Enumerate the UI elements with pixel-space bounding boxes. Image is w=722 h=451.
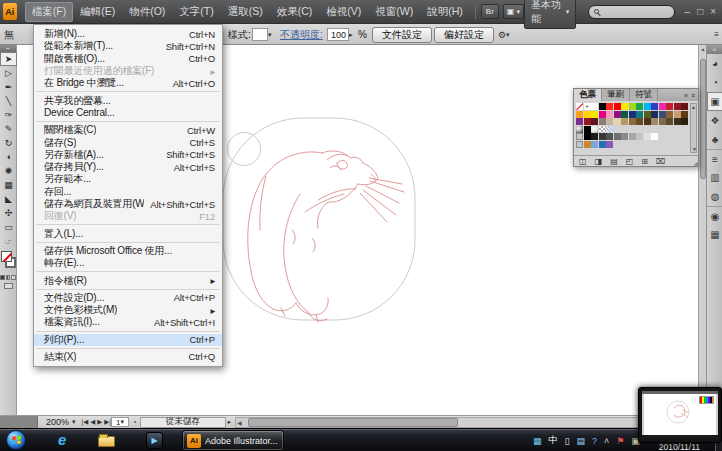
- swatch[interactable]: [606, 103, 613, 110]
- swatch[interactable]: [636, 118, 643, 125]
- gradient-mode-button[interactable]: [6, 275, 11, 280]
- swatch[interactable]: [629, 103, 636, 110]
- file-menu-item[interactable]: 從範本新增(T)...Shift+Ctrl+N: [34, 40, 222, 52]
- swatch-libraries-icon[interactable]: ◫: [579, 157, 587, 166]
- swatch[interactable]: [666, 111, 673, 118]
- file-menu-item[interactable]: 在 Bridge 中瀏覽...Alt+Ctrl+O: [34, 77, 222, 89]
- maximize-button[interactable]: □: [697, 6, 703, 17]
- panel-resize-grip[interactable]: ◢: [693, 160, 698, 166]
- swatch[interactable]: [681, 103, 688, 110]
- swatch[interactable]: [674, 103, 681, 110]
- swatch[interactable]: [576, 111, 583, 118]
- swatch[interactable]: [636, 111, 643, 118]
- selection-tool-icon[interactable]: ➤: [0, 52, 17, 66]
- blend-tool-icon[interactable]: ✣: [0, 206, 17, 220]
- swatch[interactable]: [644, 103, 651, 110]
- file-menu-item[interactable]: 儲存拷貝(Y)...Alt+Ctrl+S: [34, 161, 222, 173]
- swatch[interactable]: [674, 118, 681, 125]
- swatch[interactable]: [599, 141, 606, 148]
- document-setup-button[interactable]: 文件設定: [372, 27, 432, 43]
- file-menu-item[interactable]: 指令檔(R)▸: [34, 274, 222, 286]
- swatch[interactable]: [606, 133, 613, 140]
- tray-display-icon[interactable]: ▤: [576, 436, 585, 446]
- artboard-tool-icon[interactable]: ▭: [0, 220, 17, 234]
- stroke-panel-icon[interactable]: ≡: [707, 149, 722, 168]
- file-menu-item[interactable]: 檔案資訊(I)...Alt+Shift+Ctrl+I: [34, 316, 222, 328]
- swatch[interactable]: [576, 133, 583, 140]
- prev-artboard-icon[interactable]: ◀: [90, 418, 95, 426]
- swatch[interactable]: [674, 111, 681, 118]
- swatch[interactable]: [636, 103, 643, 110]
- file-menu-item[interactable]: Device Central...: [34, 107, 222, 119]
- ime-indicator[interactable]: 中: [549, 434, 558, 447]
- symbols-panel-icon[interactable]: ♣: [707, 130, 722, 149]
- swatch[interactable]: [599, 118, 606, 125]
- transparency-panel-icon[interactable]: ◍: [707, 187, 722, 206]
- tray-help-icon[interactable]: ?: [592, 436, 597, 446]
- file-menu-item[interactable]: 另存範本...: [34, 173, 222, 185]
- screen-mode-button[interactable]: [4, 283, 13, 289]
- swatch[interactable]: [659, 111, 666, 118]
- file-menu-item[interactable]: 打開最近使用過的檔案(F)▸: [34, 65, 222, 77]
- swatch[interactable]: [659, 103, 666, 110]
- menubar-item[interactable]: 說明(H): [420, 2, 470, 22]
- swatch[interactable]: [629, 111, 636, 118]
- file-menu-item[interactable]: 新增(N)...Ctrl+N: [34, 28, 222, 40]
- swatch[interactable]: [584, 111, 591, 118]
- menubar-item[interactable]: 視窗(W): [368, 2, 420, 22]
- menubar-item[interactable]: 檢視(V): [319, 2, 368, 22]
- file-menu-item[interactable]: 關閉檔案(C)Ctrl+W: [34, 124, 222, 136]
- tray-expand-icon[interactable]: ˄: [604, 436, 609, 446]
- menubar-item[interactable]: 物件(O): [122, 2, 172, 22]
- line-segment-tool-icon[interactable]: ╲: [0, 94, 17, 108]
- tray-window-icon[interactable]: ▯: [565, 436, 570, 446]
- symbol-sprayer-tool-icon[interactable]: ✺: [0, 164, 17, 178]
- swatch[interactable]: [576, 126, 583, 133]
- align-options-icon[interactable]: ⚙: [498, 30, 506, 40]
- swatch[interactable]: [614, 111, 621, 118]
- swatch[interactable]: +: [584, 103, 591, 110]
- horizontal-scrollbar[interactable]: ◀ ▶: [235, 417, 704, 428]
- swatch[interactable]: [576, 141, 583, 148]
- controlbar-menu-icon[interactable]: ≡: [714, 30, 719, 39]
- taskbar-app-button[interactable]: Ai Adobe Illustrator...: [182, 430, 284, 451]
- hand-tool-icon[interactable]: ☞: [0, 234, 17, 248]
- swatch[interactable]: [621, 133, 628, 140]
- file-menu-item[interactable]: 另存新檔(A)...Shift+Ctrl+S: [34, 149, 222, 161]
- fill-stroke-control[interactable]: [0, 250, 17, 274]
- swatch[interactable]: [606, 126, 613, 133]
- panel-tab[interactable]: 色票: [574, 89, 602, 101]
- swatch[interactable]: [606, 118, 613, 125]
- file-menu-item[interactable]: 儲存為網頁及裝置用(W)...Alt+Shift+Ctrl+S: [34, 198, 222, 210]
- search-input[interactable]: [588, 5, 674, 19]
- new-swatch-icon[interactable]: ⊞: [641, 157, 648, 166]
- eyedropper-tool-icon[interactable]: ◣: [0, 192, 17, 206]
- menubar-item[interactable]: 編輯(E): [73, 2, 122, 22]
- swatch[interactable]: [651, 133, 658, 140]
- internet-explorer-icon[interactable]: e: [58, 431, 66, 448]
- minimize-button[interactable]: –: [685, 6, 691, 17]
- swatch[interactable]: [606, 111, 613, 118]
- graphic-styles-panel-icon[interactable]: ❖: [707, 111, 722, 130]
- rotate-tool-icon[interactable]: ↻: [0, 136, 17, 150]
- first-artboard-icon[interactable]: |◀: [82, 418, 89, 426]
- menubar-item[interactable]: 檔案(F): [25, 2, 73, 22]
- swatch-kinds-icon[interactable]: ◨: [595, 157, 603, 166]
- swatch[interactable]: [681, 118, 688, 125]
- file-menu-item[interactable]: 轉存(E)...: [34, 257, 222, 269]
- paintbrush-tool-icon[interactable]: ✑: [0, 108, 17, 122]
- media-player-icon[interactable]: ▶: [146, 432, 163, 449]
- swatch[interactable]: [621, 103, 628, 110]
- vertical-scrollbar[interactable]: ▲ ▼: [698, 45, 706, 415]
- color-mode-button[interactable]: [0, 275, 5, 280]
- last-artboard-icon[interactable]: ▶|: [104, 418, 111, 426]
- options-caret-icon[interactable]: ▾: [506, 31, 510, 39]
- artboards-panel-icon[interactable]: ▦: [707, 225, 722, 244]
- swatch[interactable]: [576, 103, 583, 110]
- preferences-button[interactable]: 偏好設定: [434, 27, 494, 43]
- swatch[interactable]: [666, 118, 673, 125]
- next-artboard-icon[interactable]: ▶: [97, 418, 102, 426]
- gradient-panel-icon[interactable]: ▥: [707, 168, 722, 187]
- pencil-tool-icon[interactable]: ✎: [0, 122, 17, 136]
- start-button[interactable]: [6, 430, 26, 450]
